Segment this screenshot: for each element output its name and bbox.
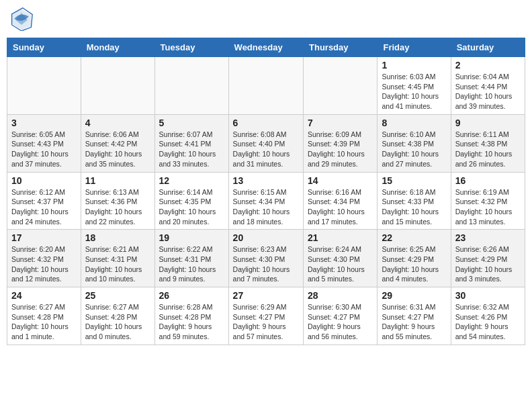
day-info: Sunrise: 6:29 AM Sunset: 4:27 PM Dayligh… bbox=[233, 302, 299, 342]
calendar-cell: 5Sunrise: 6:07 AM Sunset: 4:41 PM Daylig… bbox=[154, 114, 228, 172]
day-number: 30 bbox=[455, 290, 521, 301]
day-number: 16 bbox=[455, 175, 521, 186]
day-info: Sunrise: 6:22 AM Sunset: 4:31 PM Dayligh… bbox=[159, 244, 224, 284]
logo-icon bbox=[9, 7, 34, 31]
day-info: Sunrise: 6:07 AM Sunset: 4:41 PM Dayligh… bbox=[159, 130, 224, 169]
day-number: 4 bbox=[85, 118, 150, 128]
day-number: 19 bbox=[159, 232, 224, 243]
day-info: Sunrise: 6:21 AM Sunset: 4:31 PM Dayligh… bbox=[85, 244, 150, 284]
day-number: 14 bbox=[308, 175, 373, 186]
calendar-cell: 18Sunrise: 6:21 AM Sunset: 4:31 PM Dayli… bbox=[81, 230, 154, 287]
calendar-cell bbox=[154, 57, 228, 115]
day-info: Sunrise: 6:28 AM Sunset: 4:28 PM Dayligh… bbox=[159, 302, 224, 342]
weekday-header-sunday: Sunday bbox=[7, 38, 81, 57]
calendar-cell: 10Sunrise: 6:12 AM Sunset: 4:37 PM Dayli… bbox=[7, 172, 81, 230]
day-info: Sunrise: 6:26 AM Sunset: 4:29 PM Dayligh… bbox=[455, 244, 521, 284]
day-number: 24 bbox=[11, 290, 77, 301]
day-number: 21 bbox=[308, 232, 373, 243]
logo bbox=[9, 7, 36, 31]
calendar-cell bbox=[304, 57, 378, 115]
day-number: 1 bbox=[382, 60, 446, 71]
day-info: Sunrise: 6:08 AM Sunset: 4:40 PM Dayligh… bbox=[233, 130, 299, 169]
calendar-cell: 20Sunrise: 6:23 AM Sunset: 4:30 PM Dayli… bbox=[228, 230, 303, 287]
calendar-cell: 27Sunrise: 6:29 AM Sunset: 4:27 PM Dayli… bbox=[228, 287, 303, 345]
calendar-cell: 7Sunrise: 6:09 AM Sunset: 4:39 PM Daylig… bbox=[304, 114, 378, 172]
day-number: 3 bbox=[11, 118, 77, 128]
calendar-week-row: 24Sunrise: 6:27 AM Sunset: 4:28 PM Dayli… bbox=[7, 287, 525, 345]
day-info: Sunrise: 6:27 AM Sunset: 4:28 PM Dayligh… bbox=[11, 302, 77, 342]
day-info: Sunrise: 6:23 AM Sunset: 4:30 PM Dayligh… bbox=[233, 244, 299, 284]
day-number: 13 bbox=[233, 175, 299, 186]
day-number: 20 bbox=[233, 232, 299, 243]
calendar-cell bbox=[81, 57, 154, 115]
day-number: 28 bbox=[308, 290, 373, 301]
day-number: 8 bbox=[382, 118, 446, 128]
calendar-cell: 12Sunrise: 6:14 AM Sunset: 4:35 PM Dayli… bbox=[154, 172, 228, 230]
day-number: 22 bbox=[382, 232, 446, 243]
day-info: Sunrise: 6:15 AM Sunset: 4:34 PM Dayligh… bbox=[233, 187, 299, 227]
day-number: 23 bbox=[455, 232, 521, 243]
day-number: 2 bbox=[455, 60, 521, 71]
day-info: Sunrise: 6:24 AM Sunset: 4:30 PM Dayligh… bbox=[308, 244, 373, 284]
calendar-cell: 21Sunrise: 6:24 AM Sunset: 4:30 PM Dayli… bbox=[304, 230, 378, 287]
calendar-cell: 30Sunrise: 6:32 AM Sunset: 4:26 PM Dayli… bbox=[451, 287, 525, 345]
calendar-cell: 16Sunrise: 6:19 AM Sunset: 4:32 PM Dayli… bbox=[451, 172, 525, 230]
day-number: 11 bbox=[85, 175, 150, 186]
calendar-cell: 25Sunrise: 6:27 AM Sunset: 4:28 PM Dayli… bbox=[81, 287, 154, 345]
calendar-cell: 8Sunrise: 6:10 AM Sunset: 4:38 PM Daylig… bbox=[378, 114, 451, 172]
calendar-cell: 3Sunrise: 6:05 AM Sunset: 4:43 PM Daylig… bbox=[7, 114, 81, 172]
calendar-cell: 9Sunrise: 6:11 AM Sunset: 4:38 PM Daylig… bbox=[451, 114, 525, 172]
calendar-cell: 2Sunrise: 6:04 AM Sunset: 4:44 PM Daylig… bbox=[451, 57, 525, 115]
weekday-header-tuesday: Tuesday bbox=[154, 38, 228, 57]
day-number: 7 bbox=[308, 118, 373, 128]
day-number: 10 bbox=[11, 175, 77, 186]
calendar-week-row: 1Sunrise: 6:03 AM Sunset: 4:45 PM Daylig… bbox=[7, 57, 525, 115]
calendar-cell: 6Sunrise: 6:08 AM Sunset: 4:40 PM Daylig… bbox=[228, 114, 303, 172]
day-info: Sunrise: 6:11 AM Sunset: 4:38 PM Dayligh… bbox=[455, 130, 521, 169]
day-number: 9 bbox=[455, 118, 521, 128]
calendar-cell: 24Sunrise: 6:27 AM Sunset: 4:28 PM Dayli… bbox=[7, 287, 81, 345]
day-number: 17 bbox=[11, 232, 77, 243]
calendar-cell: 29Sunrise: 6:31 AM Sunset: 4:27 PM Dayli… bbox=[378, 287, 451, 345]
day-info: Sunrise: 6:16 AM Sunset: 4:34 PM Dayligh… bbox=[308, 187, 373, 227]
weekday-header-saturday: Saturday bbox=[451, 38, 525, 57]
day-number: 18 bbox=[85, 232, 150, 243]
day-info: Sunrise: 6:25 AM Sunset: 4:29 PM Dayligh… bbox=[382, 244, 446, 284]
calendar-cell: 22Sunrise: 6:25 AM Sunset: 4:29 PM Dayli… bbox=[378, 230, 451, 287]
weekday-header-friday: Friday bbox=[378, 38, 451, 57]
calendar-cell: 13Sunrise: 6:15 AM Sunset: 4:34 PM Dayli… bbox=[228, 172, 303, 230]
weekday-header-row: SundayMondayTuesdayWednesdayThursdayFrid… bbox=[7, 38, 525, 57]
calendar-cell bbox=[7, 57, 81, 115]
day-info: Sunrise: 6:18 AM Sunset: 4:33 PM Dayligh… bbox=[382, 187, 446, 227]
calendar-table: SundayMondayTuesdayWednesdayThursdayFrid… bbox=[7, 38, 525, 345]
day-info: Sunrise: 6:14 AM Sunset: 4:35 PM Dayligh… bbox=[159, 187, 224, 227]
calendar-cell: 14Sunrise: 6:16 AM Sunset: 4:34 PM Dayli… bbox=[304, 172, 378, 230]
day-number: 29 bbox=[382, 290, 446, 301]
calendar-cell: 17Sunrise: 6:20 AM Sunset: 4:32 PM Dayli… bbox=[7, 230, 81, 287]
calendar-cell: 1Sunrise: 6:03 AM Sunset: 4:45 PM Daylig… bbox=[378, 57, 451, 115]
day-info: Sunrise: 6:20 AM Sunset: 4:32 PM Dayligh… bbox=[11, 244, 77, 284]
day-info: Sunrise: 6:12 AM Sunset: 4:37 PM Dayligh… bbox=[11, 187, 77, 227]
day-info: Sunrise: 6:27 AM Sunset: 4:28 PM Dayligh… bbox=[85, 302, 150, 342]
day-number: 12 bbox=[159, 175, 224, 186]
calendar-cell: 19Sunrise: 6:22 AM Sunset: 4:31 PM Dayli… bbox=[154, 230, 228, 287]
day-number: 6 bbox=[233, 118, 299, 128]
day-info: Sunrise: 6:04 AM Sunset: 4:44 PM Dayligh… bbox=[455, 72, 521, 111]
weekday-header-wednesday: Wednesday bbox=[228, 38, 303, 57]
calendar-cell: 28Sunrise: 6:30 AM Sunset: 4:27 PM Dayli… bbox=[304, 287, 378, 345]
day-number: 26 bbox=[159, 290, 224, 301]
day-info: Sunrise: 6:03 AM Sunset: 4:45 PM Dayligh… bbox=[382, 72, 446, 111]
day-info: Sunrise: 6:10 AM Sunset: 4:38 PM Dayligh… bbox=[382, 130, 446, 169]
day-number: 5 bbox=[159, 118, 224, 128]
day-number: 15 bbox=[382, 175, 446, 186]
day-info: Sunrise: 6:05 AM Sunset: 4:43 PM Dayligh… bbox=[11, 130, 77, 169]
calendar-cell: 26Sunrise: 6:28 AM Sunset: 4:28 PM Dayli… bbox=[154, 287, 228, 345]
calendar-cell: 4Sunrise: 6:06 AM Sunset: 4:42 PM Daylig… bbox=[81, 114, 154, 172]
calendar-week-row: 17Sunrise: 6:20 AM Sunset: 4:32 PM Dayli… bbox=[7, 230, 525, 287]
weekday-header-thursday: Thursday bbox=[304, 38, 378, 57]
day-info: Sunrise: 6:19 AM Sunset: 4:32 PM Dayligh… bbox=[455, 187, 521, 227]
page-header bbox=[7, 7, 525, 31]
day-info: Sunrise: 6:09 AM Sunset: 4:39 PM Dayligh… bbox=[308, 130, 373, 169]
day-info: Sunrise: 6:32 AM Sunset: 4:26 PM Dayligh… bbox=[455, 302, 521, 342]
weekday-header-monday: Monday bbox=[81, 38, 154, 57]
